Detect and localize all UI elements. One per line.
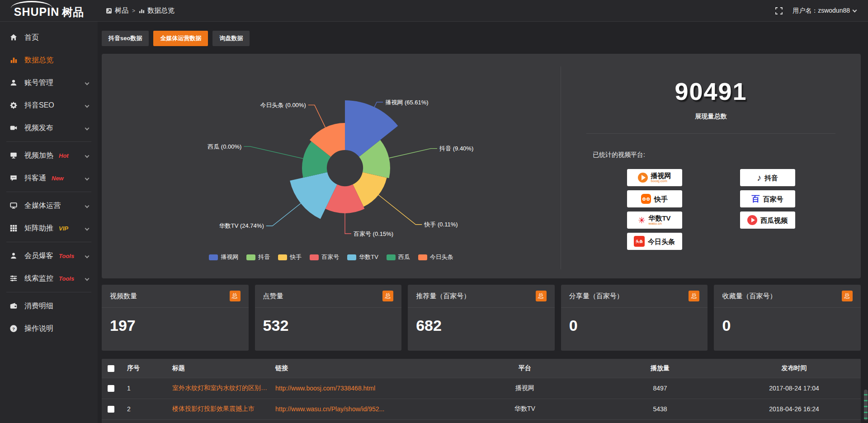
pie-label: 今日头条 (0.00%)	[260, 102, 306, 108]
pie-label: 快手 (0.11%)	[424, 221, 458, 228]
sidebar-item-matrix-boost[interactable]: 矩阵助推 VIP	[0, 217, 98, 240]
impressions-summary: 90491 展现量总数 已统计的视频平台: 播视网boosj.com 快手 ✳	[561, 54, 861, 278]
sidebar-item-label: 矩阵助推	[24, 224, 53, 233]
pie-label-line	[389, 149, 437, 158]
legend-item[interactable]: 西瓜	[387, 253, 410, 261]
sidebar-item-douyin-seo[interactable]: 抖音SEO	[0, 94, 98, 117]
cell-url-link[interactable]: http://www.wasu.cn/Play/show/id/952...	[268, 399, 457, 419]
sidebar-divider	[6, 141, 91, 142]
rose-pie-chart[interactable]: 播视网 (65.61%)抖音 (9.40%)快手 (0.11%)百家号 (0.1…	[102, 54, 561, 278]
sidebar-item-account-mgmt[interactable]: 账号管理	[0, 71, 98, 94]
logo-text-cn: 树品	[62, 5, 84, 19]
stat-card-title: 推荐量（百家号）	[416, 292, 470, 301]
tab-media-operation-data[interactable]: 全媒体运营数据	[153, 31, 208, 46]
sidebar-item-spending-details[interactable]: 消费明细	[0, 295, 98, 317]
table-row: 1 室外水纹灯和室内水纹灯的区别和简介 http://www.boosj.com…	[102, 378, 861, 399]
platform-sub: boosj.com	[651, 179, 671, 183]
cell-views: 5438	[593, 399, 727, 419]
sidebar-item-douketong[interactable]: 抖客通 New	[0, 167, 98, 189]
legend-swatch	[310, 254, 319, 260]
pie-label: 华数TV (24.74%)	[219, 222, 264, 229]
svg-text:?: ?	[12, 326, 15, 331]
chart-legend: 播视网 抖音 快手 百家号 华数TV 西瓜 今日头条	[102, 253, 561, 261]
legend-item[interactable]: 快手	[278, 253, 302, 261]
column-header-index: 序号	[120, 359, 165, 378]
table-row-partial	[102, 419, 861, 423]
home-icon	[9, 33, 18, 42]
stat-card-title: 收藏量（百家号）	[722, 292, 776, 301]
stat-card-value: 532	[255, 308, 402, 334]
stat-cards: 视频数量总 197 点赞量总 532 推荐量（百家号）总 682 分享量（百家号…	[102, 285, 861, 351]
column-header-link: 链接	[268, 359, 457, 378]
sidebar-item-home[interactable]: 首页	[0, 26, 98, 49]
pie-slice-华数TV[interactable]	[290, 172, 337, 219]
row-checkbox[interactable]	[108, 406, 114, 413]
cell-index: 1	[120, 378, 165, 399]
member-icon	[9, 252, 18, 260]
legend-label: 快手	[290, 253, 302, 261]
stat-card-value: 0	[561, 308, 708, 334]
sidebar-item-label: 抖客通	[24, 174, 46, 183]
cell-title-link[interactable]: 楼体投影灯投影效果震撼上市	[165, 399, 268, 419]
breadcrumb-current[interactable]: 数据总览	[147, 6, 175, 15]
douyin-logo-icon: ♪	[757, 173, 761, 183]
legend-swatch	[347, 254, 356, 260]
legend-item[interactable]: 华数TV	[347, 253, 378, 261]
legend-swatch	[418, 254, 427, 260]
page-scrollbar-thumb[interactable]	[864, 390, 868, 420]
impressions-total-value: 90491	[561, 77, 861, 105]
stat-card-value: 682	[408, 308, 555, 334]
chevron-down-icon	[85, 203, 90, 208]
sidebar-item-instructions[interactable]: ? 操作说明	[0, 317, 98, 340]
chevron-down-icon	[85, 226, 90, 230]
tab-douyin-seo-data[interactable]: 抖音seo数据	[102, 31, 149, 46]
sidebar-item-lead-monitor[interactable]: 线索监控 Tools	[0, 267, 98, 290]
bar-chart-mini-icon	[139, 8, 145, 14]
sidebar-item-data-overview[interactable]: 数据总览	[0, 49, 98, 71]
user-label: 用户名：zswodun88	[793, 7, 850, 15]
stat-card-video-count: 视频数量总 197	[102, 285, 249, 351]
platform-badges: 播视网boosj.com 快手 ✳ 华数TVwasu.cn 头条 今日头条	[561, 169, 861, 250]
platform-name: 华数TV	[648, 215, 670, 221]
sidebar-item-video-heating[interactable]: 视频加热 Hot	[0, 144, 98, 167]
legend-swatch	[278, 254, 287, 260]
sidebar-item-label: 消费明细	[24, 301, 53, 311]
sidebar-item-member-burst[interactable]: 会员爆客 Tools	[0, 244, 98, 267]
pie-label-line	[266, 203, 301, 226]
chevron-down-icon	[85, 176, 90, 180]
cell-publish-time: 2018-04-26 16:24	[727, 399, 861, 419]
new-badge: New	[52, 175, 64, 182]
chevron-down-icon	[85, 153, 90, 158]
tools-badge: Tools	[59, 275, 74, 282]
user-icon	[9, 79, 18, 87]
select-all-checkbox[interactable]	[108, 365, 114, 372]
pie-label: 百家号 (0.15%)	[354, 230, 393, 237]
total-badge: 总	[689, 291, 699, 301]
videos-table: 序号 标题 链接 平台 播放量 发布时间 1 室外水纹灯和室内水纹灯的区别和简介…	[102, 359, 861, 423]
sidebar-item-video-publish[interactable]: 视频发布	[0, 117, 98, 139]
wallet-icon	[9, 302, 18, 310]
breadcrumb-separator: >	[132, 8, 135, 14]
platform-name: 今日头条	[648, 238, 675, 245]
tab-inquiry-data[interactable]: 询盘数据	[212, 31, 250, 46]
impressions-total-label: 展现量总数	[561, 113, 861, 121]
row-checkbox[interactable]	[108, 385, 114, 392]
cell-title-link[interactable]: 室外水纹灯和室内水纹灯的区别和简介	[165, 378, 268, 399]
fullscreen-icon[interactable]	[775, 7, 783, 14]
cell-index: 2	[120, 399, 165, 419]
breadcrumb-root[interactable]: 树品	[115, 6, 128, 15]
legend-item[interactable]: 今日头条	[418, 253, 453, 261]
sidebar-item-media-operation[interactable]: 全媒体运营	[0, 194, 98, 217]
chevron-down-icon	[85, 276, 90, 281]
legend-item[interactable]: 抖音	[246, 253, 270, 261]
column-header-platform: 平台	[457, 359, 593, 378]
stat-card-value: 0	[714, 308, 861, 334]
user-menu[interactable]: 用户名：zswodun88	[793, 7, 856, 15]
cell-url-link[interactable]: http://www.boosj.com/7338468.html	[268, 378, 457, 399]
stat-card-value: 197	[102, 308, 249, 334]
sidebar-item-label: 操作说明	[24, 324, 53, 334]
legend-item[interactable]: 百家号	[310, 253, 339, 261]
stat-card-title: 点赞量	[263, 292, 283, 301]
baijiahao-logo-icon: 百	[752, 193, 760, 204]
legend-item[interactable]: 播视网	[209, 253, 238, 261]
